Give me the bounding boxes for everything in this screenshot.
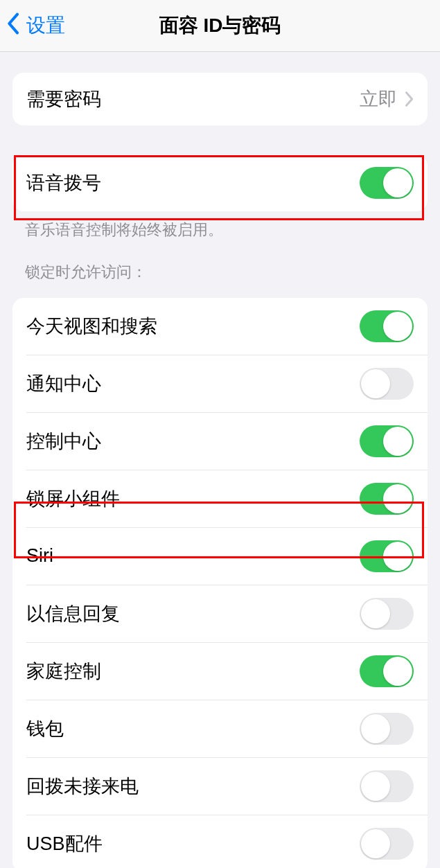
row-label: 今天视图和搜索: [26, 314, 360, 339]
toggle-locked-item[interactable]: [360, 770, 414, 802]
toggle-locked-item[interactable]: [360, 483, 414, 515]
group-passcode: 需要密码 立即: [12, 73, 428, 125]
toggle-locked-item[interactable]: [360, 713, 414, 745]
toggle-locked-item[interactable]: [360, 655, 414, 687]
chevron-right-icon: [404, 91, 414, 107]
row-label: 需要密码: [26, 87, 360, 112]
voice-dial-footer: 音乐语音控制将始终被启用。: [0, 211, 440, 241]
row-label: 家庭控制: [26, 659, 360, 684]
row-value: 立即: [360, 87, 397, 112]
locked-access-header: 锁定时允许访问：: [0, 241, 440, 288]
toggle-locked-item[interactable]: [360, 540, 414, 572]
group-locked-access: 今天视图和搜索通知中心控制中心锁屏小组件Siri以信息回复家庭控制钱包回拨未接来…: [12, 298, 428, 868]
group-voice-dial: 语音拨号: [12, 154, 428, 211]
row-locked-item: 今天视图和搜索: [12, 298, 428, 355]
toggle-locked-item[interactable]: [360, 310, 414, 342]
row-locked-item: Siri: [26, 528, 428, 585]
row-label: USB配件: [26, 831, 360, 856]
row-label: 控制中心: [26, 429, 360, 454]
row-label: Siri: [26, 545, 360, 567]
toggle-locked-item[interactable]: [360, 368, 414, 400]
row-label: 回拨未接来电: [26, 774, 360, 799]
row-locked-item: 锁屏小组件: [26, 470, 428, 527]
row-locked-item: 控制中心: [26, 413, 428, 470]
row-locked-item: 家庭控制: [26, 643, 428, 700]
content: 需要密码 立即 语音拨号 音乐语音控制将始终被启用。 锁定时允许访问： 今天视图…: [0, 73, 440, 868]
page-title: 面容 ID与密码: [0, 12, 440, 39]
row-voice-dial: 语音拨号: [12, 154, 428, 211]
toggle-locked-item[interactable]: [360, 598, 414, 630]
row-require-passcode[interactable]: 需要密码 立即: [12, 73, 428, 125]
toggle-voice-dial[interactable]: [360, 167, 414, 199]
row-label: 锁屏小组件: [26, 486, 360, 511]
row-label: 语音拨号: [26, 170, 360, 195]
back-label: 设置: [26, 12, 65, 39]
row-label: 以信息回复: [26, 601, 360, 626]
chevron-left-icon: [7, 12, 21, 40]
toggle-locked-item[interactable]: [360, 828, 414, 860]
row-label: 通知中心: [26, 371, 360, 396]
row-locked-item: 以信息回复: [26, 585, 428, 642]
row-locked-item: 回拨未接来电: [26, 758, 428, 815]
row-locked-item: USB配件: [26, 815, 428, 868]
toggle-locked-item[interactable]: [360, 425, 414, 457]
navbar: 设置 面容 ID与密码: [0, 0, 440, 52]
back-button[interactable]: 设置: [0, 12, 65, 40]
row-locked-item: 通知中心: [26, 355, 428, 412]
row-label: 钱包: [26, 716, 360, 741]
row-locked-item: 钱包: [26, 700, 428, 757]
